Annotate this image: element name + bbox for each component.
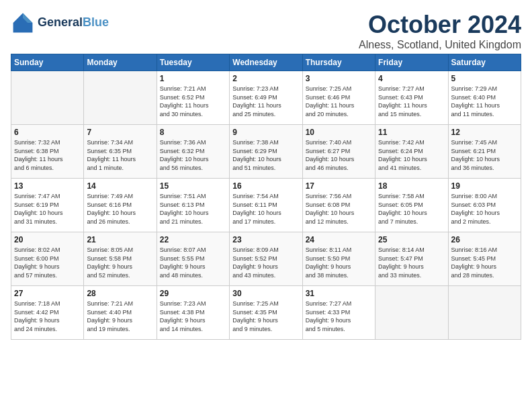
day-info: Sunrise: 7:18 AM Sunset: 4:42 PM Dayligh… xyxy=(14,300,81,333)
calendar-cell: 25Sunrise: 8:14 AM Sunset: 5:47 PM Dayli… xyxy=(375,232,448,286)
day-info: Sunrise: 7:38 AM Sunset: 6:29 PM Dayligh… xyxy=(232,138,299,172)
calendar-cell: 1Sunrise: 7:21 AM Sunset: 6:52 PM Daylig… xyxy=(157,71,229,125)
calendar-cell xyxy=(84,71,157,125)
day-number: 21 xyxy=(87,235,153,244)
calendar-cell: 24Sunrise: 8:11 AM Sunset: 5:50 PM Dayli… xyxy=(302,232,375,286)
weekday-header: Sunday xyxy=(11,54,84,71)
day-number: 3 xyxy=(306,74,372,83)
calendar-cell: 18Sunrise: 7:58 AM Sunset: 6:05 PM Dayli… xyxy=(375,179,448,232)
day-info: Sunrise: 7:27 AM Sunset: 4:33 PM Dayligh… xyxy=(306,300,372,333)
calendar-cell: 16Sunrise: 7:54 AM Sunset: 6:11 PM Dayli… xyxy=(230,179,302,232)
day-number: 13 xyxy=(14,181,81,191)
calendar-cell xyxy=(11,71,84,125)
day-number: 1 xyxy=(160,74,226,83)
calendar-table: SundayMondayTuesdayWednesdayThursdayFrid… xyxy=(11,54,521,340)
calendar-cell: 8Sunrise: 7:36 AM Sunset: 6:32 PM Daylig… xyxy=(157,125,229,179)
calendar-cell: 23Sunrise: 8:09 AM Sunset: 5:52 PM Dayli… xyxy=(230,232,302,286)
title-block: October 2024 Alness, Scotland, United Ki… xyxy=(359,11,521,51)
logo-text: GeneralBlue xyxy=(38,16,109,30)
calendar-week-row: 13Sunrise: 7:47 AM Sunset: 6:19 PM Dayli… xyxy=(11,179,521,232)
day-number: 16 xyxy=(232,181,299,191)
day-info: Sunrise: 7:58 AM Sunset: 6:05 PM Dayligh… xyxy=(378,192,445,226)
calendar-cell: 21Sunrise: 8:05 AM Sunset: 5:58 PM Dayli… xyxy=(84,232,157,286)
calendar-cell xyxy=(448,286,521,340)
calendar-cell: 19Sunrise: 8:00 AM Sunset: 6:03 PM Dayli… xyxy=(448,179,521,232)
day-info: Sunrise: 7:42 AM Sunset: 6:24 PM Dayligh… xyxy=(378,138,445,172)
day-info: Sunrise: 7:56 AM Sunset: 6:08 PM Dayligh… xyxy=(306,192,372,226)
day-number: 28 xyxy=(87,289,153,298)
weekday-header: Thursday xyxy=(302,54,375,71)
calendar-cell: 11Sunrise: 7:42 AM Sunset: 6:24 PM Dayli… xyxy=(375,125,448,179)
day-info: Sunrise: 7:29 AM Sunset: 6:40 PM Dayligh… xyxy=(451,85,518,118)
day-number: 12 xyxy=(451,128,518,137)
day-number: 17 xyxy=(306,181,372,191)
day-number: 11 xyxy=(378,128,445,137)
day-info: Sunrise: 7:49 AM Sunset: 6:16 PM Dayligh… xyxy=(87,192,153,226)
day-info: Sunrise: 7:25 AM Sunset: 6:46 PM Dayligh… xyxy=(306,85,372,118)
logo: GeneralBlue xyxy=(11,11,109,35)
calendar-cell: 14Sunrise: 7:49 AM Sunset: 6:16 PM Dayli… xyxy=(84,179,157,232)
calendar-cell: 27Sunrise: 7:18 AM Sunset: 4:42 PM Dayli… xyxy=(11,286,84,340)
day-number: 29 xyxy=(160,289,226,298)
month-title: October 2024 xyxy=(359,11,521,39)
calendar-cell: 15Sunrise: 7:51 AM Sunset: 6:13 PM Dayli… xyxy=(157,179,229,232)
weekday-header: Monday xyxy=(84,54,157,71)
day-info: Sunrise: 7:34 AM Sunset: 6:35 PM Dayligh… xyxy=(87,138,153,172)
day-number: 20 xyxy=(14,235,81,244)
calendar-cell: 28Sunrise: 7:21 AM Sunset: 4:40 PM Dayli… xyxy=(84,286,157,340)
day-info: Sunrise: 7:40 AM Sunset: 6:27 PM Dayligh… xyxy=(306,138,372,172)
day-number: 24 xyxy=(306,235,372,244)
day-number: 15 xyxy=(160,181,226,191)
calendar-cell: 10Sunrise: 7:40 AM Sunset: 6:27 PM Dayli… xyxy=(302,125,375,179)
calendar-week-row: 6Sunrise: 7:32 AM Sunset: 6:38 PM Daylig… xyxy=(11,125,521,179)
weekday-header: Wednesday xyxy=(230,54,302,71)
day-info: Sunrise: 7:27 AM Sunset: 6:43 PM Dayligh… xyxy=(378,85,445,118)
calendar-cell: 9Sunrise: 7:38 AM Sunset: 6:29 PM Daylig… xyxy=(230,125,302,179)
day-info: Sunrise: 8:14 AM Sunset: 5:47 PM Dayligh… xyxy=(378,246,445,279)
calendar-cell: 5Sunrise: 7:29 AM Sunset: 6:40 PM Daylig… xyxy=(448,71,521,125)
day-info: Sunrise: 7:32 AM Sunset: 6:38 PM Dayligh… xyxy=(14,138,81,172)
calendar-week-row: 1Sunrise: 7:21 AM Sunset: 6:52 PM Daylig… xyxy=(11,71,521,125)
day-info: Sunrise: 7:54 AM Sunset: 6:11 PM Dayligh… xyxy=(232,192,299,226)
day-number: 25 xyxy=(378,235,445,244)
day-number: 22 xyxy=(160,235,226,244)
day-number: 9 xyxy=(232,128,299,137)
day-number: 30 xyxy=(232,289,299,298)
day-info: Sunrise: 8:07 AM Sunset: 5:55 PM Dayligh… xyxy=(160,246,226,279)
logo-icon xyxy=(11,11,35,35)
calendar-cell: 17Sunrise: 7:56 AM Sunset: 6:08 PM Dayli… xyxy=(302,179,375,232)
weekday-header: Saturday xyxy=(448,54,521,71)
calendar-cell xyxy=(375,286,448,340)
day-number: 19 xyxy=(451,181,518,191)
day-number: 4 xyxy=(378,74,445,83)
day-info: Sunrise: 8:00 AM Sunset: 6:03 PM Dayligh… xyxy=(451,192,518,226)
calendar-cell: 22Sunrise: 8:07 AM Sunset: 5:55 PM Dayli… xyxy=(157,232,229,286)
page-header: GeneralBlue October 2024 Alness, Scotlan… xyxy=(11,11,521,51)
calendar-cell: 30Sunrise: 7:25 AM Sunset: 4:35 PM Dayli… xyxy=(230,286,302,340)
day-info: Sunrise: 7:45 AM Sunset: 6:21 PM Dayligh… xyxy=(451,138,518,172)
day-number: 23 xyxy=(232,235,299,244)
weekday-header: Tuesday xyxy=(157,54,229,71)
day-info: Sunrise: 7:36 AM Sunset: 6:32 PM Dayligh… xyxy=(160,138,226,172)
calendar-header-row: SundayMondayTuesdayWednesdayThursdayFrid… xyxy=(11,54,521,71)
day-info: Sunrise: 8:09 AM Sunset: 5:52 PM Dayligh… xyxy=(232,246,299,279)
day-number: 2 xyxy=(232,74,299,83)
calendar-cell: 2Sunrise: 7:23 AM Sunset: 6:49 PM Daylig… xyxy=(230,71,302,125)
day-info: Sunrise: 8:11 AM Sunset: 5:50 PM Dayligh… xyxy=(306,246,372,279)
calendar-week-row: 27Sunrise: 7:18 AM Sunset: 4:42 PM Dayli… xyxy=(11,286,521,340)
day-number: 26 xyxy=(451,235,518,244)
calendar-cell: 13Sunrise: 7:47 AM Sunset: 6:19 PM Dayli… xyxy=(11,179,84,232)
calendar-cell: 20Sunrise: 8:02 AM Sunset: 6:00 PM Dayli… xyxy=(11,232,84,286)
day-info: Sunrise: 7:25 AM Sunset: 4:35 PM Dayligh… xyxy=(232,300,299,333)
calendar-cell: 6Sunrise: 7:32 AM Sunset: 6:38 PM Daylig… xyxy=(11,125,84,179)
calendar-cell: 26Sunrise: 8:16 AM Sunset: 5:45 PM Dayli… xyxy=(448,232,521,286)
day-info: Sunrise: 7:23 AM Sunset: 4:38 PM Dayligh… xyxy=(160,300,226,333)
day-number: 6 xyxy=(14,128,81,137)
day-number: 5 xyxy=(451,74,518,83)
calendar-cell: 4Sunrise: 7:27 AM Sunset: 6:43 PM Daylig… xyxy=(375,71,448,125)
day-info: Sunrise: 7:51 AM Sunset: 6:13 PM Dayligh… xyxy=(160,192,226,226)
calendar-week-row: 20Sunrise: 8:02 AM Sunset: 6:00 PM Dayli… xyxy=(11,232,521,286)
day-info: Sunrise: 7:47 AM Sunset: 6:19 PM Dayligh… xyxy=(14,192,81,226)
day-info: Sunrise: 8:16 AM Sunset: 5:45 PM Dayligh… xyxy=(451,246,518,279)
day-info: Sunrise: 7:23 AM Sunset: 6:49 PM Dayligh… xyxy=(232,85,299,118)
